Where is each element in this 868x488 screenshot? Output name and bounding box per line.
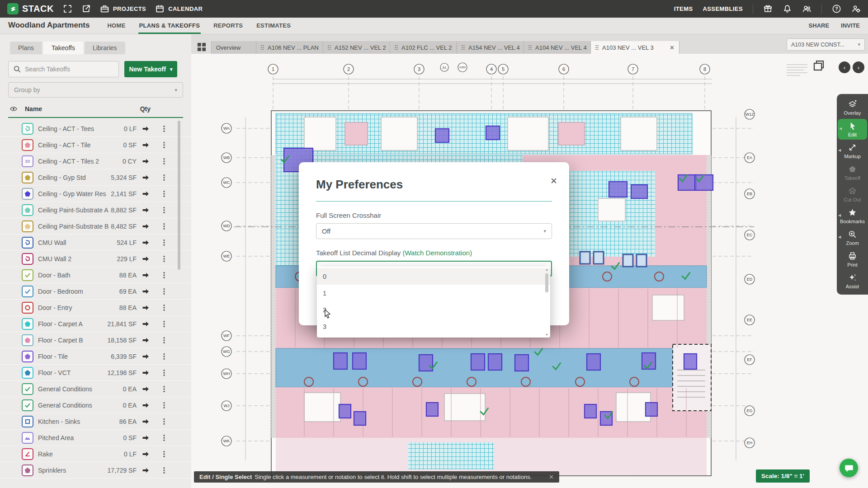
account-settings-icon[interactable] (851, 4, 861, 14)
items-nav[interactable]: ITEMS (674, 5, 693, 12)
takeoff-row[interactable]: General Conditions0 EA (0, 397, 191, 413)
row-kebab-menu-icon[interactable] (161, 238, 168, 247)
go-to-takeoff-arrow-icon[interactable] (141, 141, 150, 150)
go-to-takeoff-arrow-icon[interactable] (141, 385, 150, 394)
plan-tab-overview[interactable]: Overview (211, 41, 256, 54)
scale-badge[interactable]: Scale: 1/8" = 1' (756, 469, 810, 483)
tool-markup[interactable]: ◀Markup (837, 141, 868, 161)
go-to-takeoff-arrow-icon[interactable] (141, 433, 150, 442)
tool-zoom[interactable]: ◀Zoom (837, 227, 868, 248)
takeoff-row[interactable]: Door - Bedroom69 EA (0, 283, 191, 300)
plan-tab-a152-nev-vel-2[interactable]: A152 NEV ... VEL 2✕ (323, 41, 390, 54)
plan-tab-a104-nev-vel-4[interactable]: A104 NEV ... VEL 4✕ (524, 41, 591, 54)
row-kebab-menu-icon[interactable] (161, 173, 168, 182)
notifications-bell-icon[interactable] (783, 4, 792, 14)
row-kebab-menu-icon[interactable] (161, 189, 168, 198)
close-icon[interactable]: ✕ (549, 474, 554, 480)
assemblies-nav[interactable]: ASSEMBLIES (703, 5, 743, 12)
go-to-takeoff-arrow-icon[interactable] (141, 124, 150, 133)
row-kebab-menu-icon[interactable] (161, 287, 168, 296)
takeoff-row[interactable]: CMU Wall524 LF (0, 235, 191, 251)
scrollbar-thumb[interactable] (545, 273, 548, 292)
go-to-takeoff-arrow-icon[interactable] (141, 173, 150, 182)
row-kebab-menu-icon[interactable] (161, 417, 168, 426)
row-kebab-menu-icon[interactable] (161, 450, 168, 459)
drag-handle-icon[interactable] (328, 45, 331, 50)
watch-demonstration-link[interactable]: (Watch Demonstration) (402, 249, 472, 257)
close-icon[interactable]: ✕ (550, 176, 557, 186)
search-input[interactable] (25, 66, 106, 73)
tab-grid-icon[interactable] (196, 41, 208, 53)
project-tab-estimates[interactable]: ESTIMATES (255, 22, 292, 34)
decimal-option-3[interactable]: 3 (317, 318, 550, 335)
scroll-down-icon[interactable]: ▼ (545, 333, 548, 336)
plan-tab-a103-nev-vel-3[interactable]: A103 NEV ... VEL 3✕ (591, 41, 679, 54)
row-kebab-menu-icon[interactable] (161, 124, 168, 133)
go-to-takeoff-arrow-icon[interactable] (141, 336, 150, 345)
row-kebab-menu-icon[interactable] (161, 206, 168, 215)
chat-bubble-button[interactable] (840, 459, 858, 477)
next-sheet-button[interactable]: › (853, 61, 864, 73)
plan-tab-a102-flc-vel-2[interactable]: A102 FLC ... VEL 2✕ (390, 41, 457, 54)
plan-tab-a106-nev-plan[interactable]: A106 NEV ... PLAN✕ (256, 41, 323, 54)
takeoff-row[interactable]: Door - Entry88 EA (0, 300, 191, 316)
takeoff-row[interactable]: Kitchen - Sinks86 EA (0, 413, 191, 430)
expand-left-icon[interactable]: ◀ (839, 127, 842, 131)
takeoff-row[interactable]: 2DCeiling - ACT - Tiles 20 CY (0, 153, 191, 169)
help-icon[interactable]: ? (832, 4, 841, 14)
tool-bookmarks[interactable]: ◀Bookmarks (837, 206, 868, 226)
go-to-takeoff-arrow-icon[interactable] (141, 450, 150, 459)
takeoff-row[interactable]: Ceiling - ACT - Tile0 SF (0, 137, 191, 153)
sheet-stack-icon[interactable] (811, 59, 826, 72)
close-icon[interactable]: ✕ (670, 44, 675, 51)
row-kebab-menu-icon[interactable] (161, 466, 168, 475)
drag-handle-icon[interactable] (595, 45, 599, 50)
go-to-takeoff-arrow-icon[interactable] (141, 352, 150, 361)
row-kebab-menu-icon[interactable] (161, 303, 168, 312)
invite-button[interactable]: INVITE (841, 22, 860, 29)
group-by-select[interactable]: Group by ▾ (8, 82, 183, 98)
new-takeoff-button[interactable]: New Takeoff ▾ (124, 61, 177, 77)
drag-handle-icon[interactable] (462, 45, 465, 50)
calendar-nav[interactable]: CALENDAR (155, 4, 203, 14)
takeoff-row[interactable]: Floor - Carpet B18,158 SF (0, 332, 191, 348)
decimal-option-0[interactable]: 0 (317, 268, 550, 285)
decimal-option-2[interactable]: 2 (317, 301, 550, 318)
tool-assist[interactable]: Assist (837, 271, 868, 291)
external-link-icon[interactable] (81, 4, 91, 14)
expand-left-icon[interactable]: ◀ (838, 213, 841, 217)
expand-left-icon[interactable]: ◀ (838, 148, 841, 152)
takeoff-row[interactable]: General Conditions0 EA (0, 381, 191, 397)
scroll-up-icon[interactable]: ▲ (545, 268, 548, 271)
go-to-takeoff-arrow-icon[interactable] (141, 466, 150, 475)
share-button[interactable]: SHARE (809, 22, 830, 29)
takeoff-row[interactable]: Floor - Tile6,339 SF (0, 348, 191, 365)
go-to-takeoff-arrow-icon[interactable] (141, 303, 150, 312)
sidebar-tab-takeoffs[interactable]: Takeoffs (43, 42, 83, 54)
tool-edit[interactable]: ◀Edit (838, 119, 867, 140)
go-to-takeoff-arrow-icon[interactable] (141, 368, 150, 377)
row-kebab-menu-icon[interactable] (161, 319, 168, 328)
takeoff-row[interactable]: Rake0 LF (0, 446, 191, 462)
go-to-takeoff-arrow-icon[interactable] (141, 417, 150, 426)
visibility-eye-icon[interactable] (8, 105, 19, 113)
gift-icon[interactable] (763, 4, 773, 14)
go-to-takeoff-arrow-icon[interactable] (141, 189, 150, 198)
row-kebab-menu-icon[interactable] (161, 368, 168, 377)
takeoff-row[interactable]: Ceiling - Gyp Water Res2,141 SF (0, 186, 191, 202)
go-to-takeoff-arrow-icon[interactable] (141, 254, 150, 263)
go-to-takeoff-arrow-icon[interactable] (141, 287, 150, 296)
drag-handle-icon[interactable] (395, 45, 398, 50)
takeoff-row[interactable]: Ceiling - ACT - Tees0 LF (0, 121, 191, 137)
row-kebab-menu-icon[interactable] (161, 254, 168, 263)
row-kebab-menu-icon[interactable] (161, 271, 168, 280)
drag-handle-icon[interactable] (261, 45, 264, 50)
sidebar-tab-plans[interactable]: Plans (10, 42, 42, 54)
stack-brand[interactable]: STACK (7, 3, 54, 14)
takeoff-row[interactable]: Ceiling - Gyp Std5,324 SF (0, 169, 191, 186)
decimal-option-1[interactable]: 1 (317, 285, 550, 301)
takeoff-row[interactable]: Ceiling Paint-Substrate B8,482 SF (0, 218, 191, 235)
projects-nav[interactable]: PROJECTS (100, 4, 146, 14)
previous-sheet-button[interactable]: ‹ (839, 61, 850, 73)
expand-left-icon[interactable]: ◀ (838, 235, 841, 239)
